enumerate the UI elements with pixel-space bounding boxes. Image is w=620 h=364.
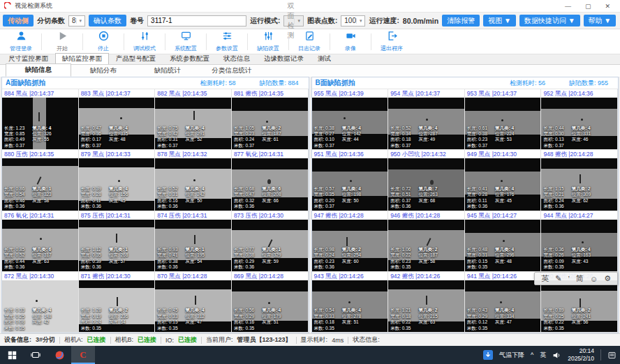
ime-emoji-icon[interactable]: ☺ (590, 275, 598, 283)
defect-cell[interactable]: 943 黑点 |20:14:26长度: 0.54宽度: 0.33面积: 0.18… (312, 272, 389, 333)
action-button-9[interactable]: 录像 (331, 31, 370, 52)
defect-mark (581, 119, 583, 121)
sub-tab[interactable]: 分类信息统计 (200, 65, 264, 77)
tray-expand-chevron[interactable]: ^ (531, 351, 533, 358)
defect-cell-header: 880 压伤 |20:14:35 (2, 150, 78, 158)
defect-cell[interactable]: 876 氧化 |20:14:31长度: 0.85宽度: 0.52面积: 0.44… (2, 211, 79, 272)
defect-cell[interactable]: 946 擦伤 |20:14:28长度: 1.06宽度: 0.22面积: 0.23… (388, 211, 465, 272)
ime-lang-toggle[interactable]: 英 (541, 273, 549, 284)
defect-mark (268, 239, 273, 248)
sub-tab[interactable]: 缺陷信息 (6, 63, 71, 77)
ime-punctuation-toggle[interactable]: ’ (568, 275, 569, 283)
sub-tab[interactable]: 缺陷分布 (71, 65, 135, 77)
defect-cell[interactable]: 947 擦伤 |20:14:28长度: 0.98宽度: 0.24面积: 0.23… (312, 211, 389, 272)
sub-tab[interactable]: 缺陷统计 (135, 65, 200, 77)
defect-cell[interactable]: 951 黑点 |20:14:36长度: 0.57宽度: 0.35面积: 0.20… (312, 150, 389, 211)
defect-cell[interactable]: 880 压伤 |20:14:35长度: 0.86宽度: 0.54面积: 0.46… (2, 150, 79, 211)
defect-cell[interactable]: 948 擦伤 |20:14:28长度: 1.15宽度: 0.21面积: 0.24… (541, 150, 618, 211)
defect-cell[interactable]: 870 黑点 |20:14:28长度: 0.45宽度: 0.33面积: 0.15… (155, 272, 232, 333)
main-tab[interactable]: 系统参数配置 (163, 53, 216, 64)
defect-cell[interactable]: 875 压伤 |20:14:31长度: 1.12宽度: 0.35面积: 0.39… (79, 211, 156, 272)
minimize-button[interactable]: — (565, 3, 571, 10)
action-button-6[interactable]: 参数设置 (207, 31, 246, 52)
defect-cell[interactable]: 881 擦伤 |20:14:35长度: 1.05宽度: 0.23面积: 0.24… (232, 89, 309, 150)
defect-cell[interactable]: 871 擦伤 |20:14:30长度: 1.28宽度: 0.19面积: 0.24… (79, 272, 156, 333)
drive-side-button[interactable]: 传动侧 (3, 15, 34, 26)
defect-cell[interactable]: 873 压伤 |20:14:30长度: 0.77宽度: 0.38面积: 0.29… (232, 211, 309, 272)
main-tab[interactable]: 产品型号配置 (109, 53, 163, 64)
run-mode-select[interactable]: 双面检测 ▾ (283, 15, 304, 26)
main-tab[interactable]: 测试 (311, 53, 338, 64)
roll-number-input[interactable] (147, 15, 246, 26)
taskbar-app-button[interactable] (47, 346, 71, 364)
measurement-line: 面积: 0.49 (4, 137, 24, 142)
ime-settings-gear-icon[interactable]: ⚙ (604, 274, 611, 283)
action-button-label: 参数设置 (216, 45, 238, 52)
start-button[interactable] (0, 346, 24, 364)
defect-cell[interactable]: 941 黑点 |20:14:26长度: 0.43宽度: 0.29面积: 0.12… (465, 272, 542, 333)
task-view-button[interactable] (24, 346, 47, 364)
view-menu-button[interactable]: 视图 ▼ (483, 15, 516, 26)
defect-cell[interactable]: 953 黑点 |20:14:37长度: 0.61宽度: 0.38面积: 0.23… (465, 89, 542, 150)
defect-cell[interactable]: 872 黑点 |20:14:30长度: 0.33宽度: 0.25面积: 0.08… (2, 272, 79, 333)
defect-cell[interactable]: 954 黑点 |20:14:37长度: 0.52宽度: 0.34面积: 0.18… (388, 89, 465, 150)
main-tab[interactable]: 状态信息 (216, 53, 257, 64)
measurement-line: 长度: 0.54 (314, 308, 334, 313)
divider (124, 33, 124, 50)
main-tab[interactable]: 尺寸监控界面 (1, 53, 55, 64)
slit-count-select[interactable]: 8 ▾ (68, 15, 85, 26)
defect-cell[interactable]: 882 黑点 |20:14:35长度: 0.75宽度: 0.42面积: 0.31… (155, 89, 232, 150)
action-button-10[interactable]: 退出程序 (372, 31, 411, 52)
defect-cell[interactable]: 884 黑点 |20:14:37长度: 1.23宽度: 0.85面积: 0.49… (2, 89, 79, 150)
chart-points-label: 图表点数: (307, 16, 337, 26)
maximize-button[interactable]: ▢ (585, 3, 591, 10)
class-line: 第几类: 4 (186, 186, 205, 192)
defect-cell[interactable]: 944 黑点 |20:14:27长度: 0.36宽度: 0.26面积: 0.09… (541, 211, 618, 272)
defect-cell[interactable]: 949 黑点 |20:14:30长度: 0.41宽度: 0.28面积: 0.11… (465, 150, 542, 211)
defect-cell[interactable]: 952 黑点 |20:14:36长度: 0.44宽度: 0.30面积: 0.13… (541, 89, 618, 150)
chart-points-select[interactable]: 100 ▾ (341, 15, 365, 26)
defect-cell[interactable]: 950 小凹坑 |20:14:32长度: 0.72宽度: 0.51面积: 0.3… (388, 150, 465, 211)
action-button-2[interactable]: 开始 (43, 31, 82, 52)
speaker-icon[interactable] (552, 351, 561, 360)
ime-pen-icon[interactable]: ✎ (555, 274, 561, 283)
action-button-3[interactable]: 停止 (84, 31, 123, 52)
taskbar-date: 2025/2/10 (568, 355, 594, 363)
close-button[interactable]: ✕ (605, 3, 610, 10)
confirm-count-button[interactable]: 确认条数 (89, 15, 126, 26)
defect-cell[interactable]: 877 氧化 |20:14:31长度: 0.68宽度: 0.47面积: 0.32… (232, 150, 309, 211)
defect-cell[interactable]: 869 黑点 |20:14:28长度: 0.56宽度: 0.29面积: 0.16… (232, 272, 309, 333)
main-tab[interactable]: 缺陷监控界面 (55, 53, 109, 64)
help-menu-button[interactable]: 帮助 ▼ (584, 15, 617, 26)
taskbar-active-app-button[interactable]: C (71, 346, 95, 364)
defect-cell[interactable]: 955 黑点 |20:14:39长度: 0.38宽度: 0.27面积: 0.10… (312, 89, 389, 150)
action-button-1[interactable]: 管理登录 (1, 31, 40, 52)
defect-mark (500, 301, 502, 303)
taskbar-clock[interactable]: 20:14 2025/2/10 (568, 347, 594, 362)
io-label: IO: (165, 337, 174, 344)
action-button-8[interactable]: 日志记录 (290, 31, 329, 52)
action-button-4[interactable]: 调试模式 (125, 31, 164, 52)
defect-classification: 第几类: 4位置: 278灰度: 51 (342, 308, 361, 331)
weather-text[interactable]: 气温下降 (499, 351, 524, 360)
ime-language-indicator[interactable]: 英 (540, 351, 546, 360)
defect-cell[interactable]: 945 黑点 |20:14:27长度: 0.48宽度: 0.31面积: 0.15… (465, 211, 542, 272)
ime-simplified-toggle[interactable]: 简 (576, 273, 584, 284)
defect-cell[interactable]: 879 黑点 |20:14:33长度: 0.39宽度: 0.28面积: 0.11… (79, 150, 156, 211)
defect-cell[interactable]: 942 擦伤 |20:14:26长度: 1.21宽度: 0.18面积: 0.22… (388, 272, 465, 333)
notification-center-icon[interactable] (607, 351, 617, 360)
defect-measurements: 长度: 1.23宽度: 0.85面积: 0.49米数: 0.37 (4, 126, 24, 149)
measurement-line: 宽度: 0.28 (467, 192, 487, 197)
defect-classification: 第几类: 4位置: 163灰度: 43 (572, 247, 591, 271)
action-button-7[interactable]: 缺陷设置 (249, 31, 288, 52)
defect-classification: 第几类: 4位置: 176灰度: 45 (495, 186, 514, 210)
defect-mark (40, 238, 42, 240)
main-tab[interactable]: 边缘数据记录 (257, 53, 311, 64)
defect-cell[interactable]: 874 压伤 |20:14:31长度: 0.93宽度: 0.41面积: 0.38… (155, 211, 232, 272)
action-button-5[interactable]: 系统配置 (166, 31, 205, 52)
measurement-line: 面积: 0.24 (81, 319, 101, 325)
defect-cell[interactable]: 878 黑点 |20:14:32长度: 0.52宽度: 0.31面积: 0.16… (155, 150, 232, 211)
clear-alarm-button[interactable]: 清除报警 (442, 15, 480, 26)
defect-cell[interactable]: 883 黑点 |20:14:37长度: 0.47宽度: 0.36面积: 0.17… (79, 89, 156, 150)
data-access-menu-button[interactable]: 数据快捷访问 ▼ (519, 15, 580, 26)
